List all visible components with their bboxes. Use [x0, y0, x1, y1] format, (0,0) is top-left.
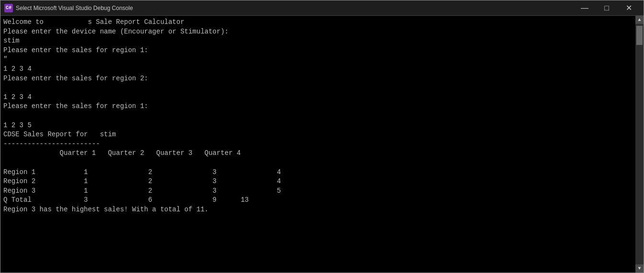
scrollbar-thumb[interactable]: [636, 26, 643, 45]
window-title: Select Microsoft Visual Studio Debug Con…: [16, 5, 574, 11]
maximize-button[interactable]: □: [596, 0, 618, 16]
title-bar: C# Select Microsoft Visual Studio Debug …: [0, 0, 644, 16]
app-icon: C#: [4, 4, 13, 12]
main-window: C# Select Microsoft Visual Studio Debug …: [0, 0, 644, 273]
console-body: Welcome to s Sale Report Calculator Plea…: [0, 16, 644, 273]
scrollbar: ▲ ▼: [635, 16, 644, 273]
scrollbar-down-button[interactable]: ▼: [635, 264, 644, 273]
minimize-button[interactable]: —: [574, 0, 596, 16]
console-output: Welcome to s Sale Report Calculator Plea…: [0, 16, 635, 273]
app-icon-label: C#: [6, 5, 11, 11]
scrollbar-up-button[interactable]: ▲: [635, 16, 644, 24]
window-controls: — □ ✕: [574, 0, 640, 16]
close-button[interactable]: ✕: [618, 0, 640, 16]
scrollbar-track: [635, 24, 644, 264]
